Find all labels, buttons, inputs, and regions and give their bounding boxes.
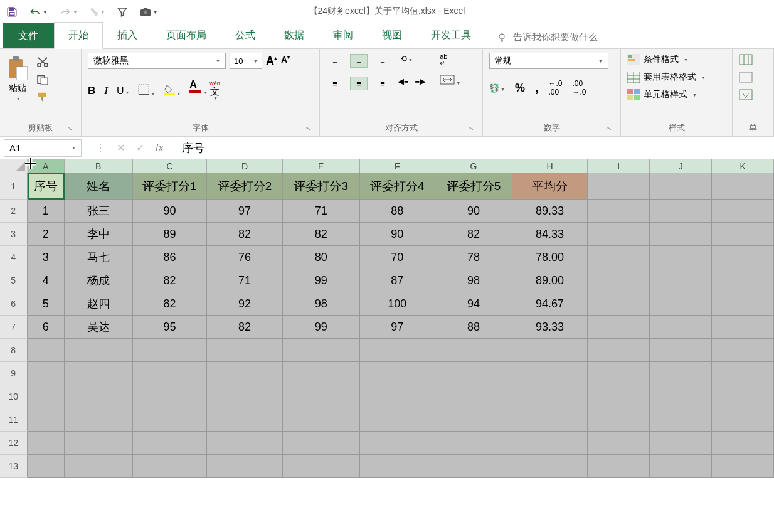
cell[interactable] [588,432,650,455]
cell[interactable] [283,339,360,362]
cell[interactable] [588,339,650,362]
cell[interactable] [360,385,436,408]
row-header[interactable]: 13 [0,455,28,478]
cell[interactable]: 82 [207,223,283,246]
comma-icon[interactable]: , [535,81,539,95]
cell[interactable]: 86 [133,246,208,269]
cell[interactable] [712,408,774,432]
cell[interactable]: 76 [207,246,283,269]
bold-button[interactable]: B [88,85,95,97]
cell[interactable] [650,408,712,432]
cell[interactable] [650,292,712,316]
tab-layout[interactable]: 页面布局 [152,22,221,48]
cell[interactable]: 99 [283,269,360,292]
grow-font-icon[interactable]: A▴ [266,55,277,68]
cell[interactable] [712,246,774,269]
paste-label[interactable]: 粘贴 [9,83,26,94]
currency-icon[interactable]: 💱▼ [489,83,505,93]
percent-icon[interactable]: % [515,82,525,95]
orientation-icon[interactable]: ⟲▼ [398,54,415,68]
col-header[interactable]: G [435,159,512,173]
fill-color-icon[interactable]: ▼ [164,84,181,97]
cell[interactable] [207,385,283,408]
align-bottom-icon[interactable]: ≡ [374,54,391,68]
brush-icon[interactable]: ▼ [89,6,105,18]
cell[interactable] [650,316,712,339]
spreadsheet-grid[interactable]: A B C D E F G H I J K 1序号姓名评委打分1评委打分2评委打… [0,159,774,478]
shrink-font-icon[interactable]: A▾ [281,55,290,68]
cell[interactable] [512,339,588,362]
cell[interactable] [207,408,283,432]
cell[interactable]: 5 [28,292,65,316]
decrease-decimal-icon[interactable]: .00→.0 [573,79,586,97]
cell[interactable]: 赵四 [65,292,133,316]
cell[interactable] [133,385,208,408]
number-format-select[interactable]: 常规▼ [489,53,608,69]
cell[interactable] [712,385,774,408]
cell[interactable] [207,432,283,455]
col-header[interactable]: C [133,159,208,173]
cell[interactable]: 89.00 [512,269,588,292]
tab-review[interactable]: 审阅 [319,22,368,48]
cell[interactable]: 82 [283,223,360,246]
col-header[interactable]: J [650,159,712,173]
align-top-icon[interactable]: ≡ [326,54,344,68]
col-header[interactable]: F [360,159,436,173]
cell[interactable]: 89 [133,223,208,246]
cell[interactable]: 评委打分1 [133,173,208,200]
cell[interactable]: 平均分 [512,173,588,200]
col-header[interactable]: D [207,159,283,173]
tab-view[interactable]: 视图 [368,22,416,48]
cell[interactable]: 100 [360,292,436,316]
cell[interactable] [650,269,712,292]
cell[interactable]: 97 [207,200,283,223]
cell[interactable] [28,339,65,362]
row-header[interactable]: 11 [0,408,28,432]
conditional-format-button[interactable]: 条件格式▼ [627,54,706,65]
font-name-select[interactable]: 微软雅黑▼ [88,53,226,69]
format-table-button[interactable]: 套用表格格式▼ [627,72,706,83]
cell[interactable]: 98 [435,269,512,292]
cell-styles-button[interactable]: 单元格样式▼ [627,89,706,100]
namebox-expand-icon[interactable]: ⋮ [95,142,105,154]
cell[interactable] [28,408,65,432]
align-right-icon[interactable]: ≡ [374,77,391,90]
tab-insert[interactable]: 插入 [103,22,152,48]
cell[interactable] [283,385,360,408]
cell[interactable]: 94 [435,292,512,316]
cell[interactable] [360,432,436,455]
cell[interactable] [512,408,588,432]
undo-icon[interactable]: ▼ [29,7,48,17]
cell[interactable]: 80 [283,246,360,269]
cancel-icon[interactable]: ✕ [117,142,125,154]
cell[interactable] [512,455,588,478]
cell[interactable] [283,362,360,385]
col-header[interactable]: K [712,159,774,173]
cell[interactable] [283,408,360,432]
row-header[interactable]: 3 [0,223,28,246]
cell[interactable] [435,432,512,455]
cell[interactable]: 88 [360,200,436,223]
cell[interactable] [650,385,712,408]
cell[interactable]: 评委打分4 [360,173,436,200]
cell[interactable]: 82 [207,316,283,339]
align-middle-icon[interactable]: ≡ [350,54,368,68]
cell[interactable]: 姓名 [65,173,133,200]
cell[interactable] [28,432,65,455]
cell[interactable] [65,455,133,478]
cell[interactable]: 78 [435,246,512,269]
format-cells-icon[interactable] [739,89,753,100]
cell[interactable]: 70 [360,246,436,269]
number-launcher-icon[interactable]: ⤡ [605,125,613,132]
cell[interactable] [588,173,650,200]
cell[interactable]: 序号 [28,173,65,200]
cell[interactable]: 马七 [65,246,133,269]
row-header[interactable]: 1 [0,173,28,200]
cell[interactable]: 89.33 [512,200,588,223]
cell[interactable]: 93.33 [512,316,588,339]
insert-cells-icon[interactable] [739,54,753,65]
cell[interactable]: 6 [28,316,65,339]
formula-input[interactable]: 序号 [173,141,774,156]
cell[interactable] [207,339,283,362]
cell[interactable]: 4 [28,269,65,292]
